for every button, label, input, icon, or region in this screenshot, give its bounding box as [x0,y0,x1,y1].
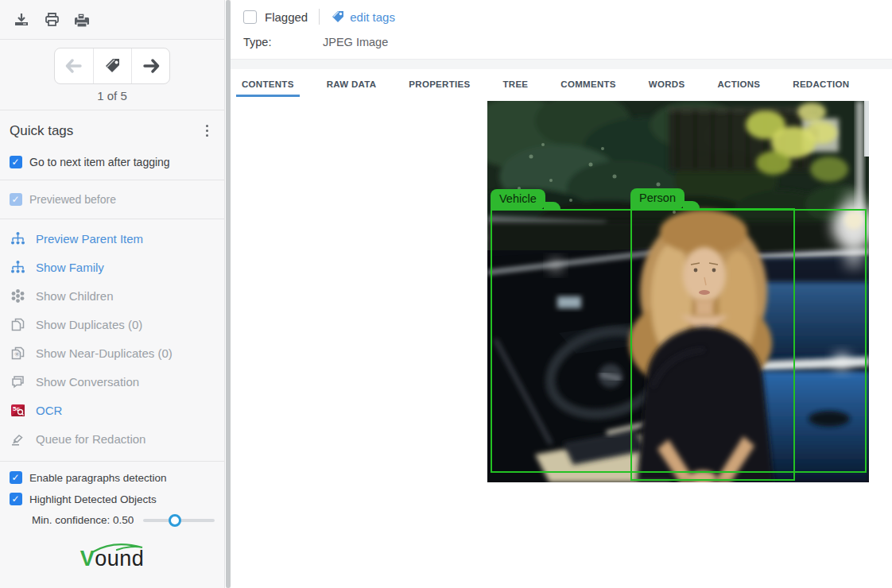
action-label: Show Children [36,289,114,303]
action-show-duplicates: Show Duplicates (0) [0,310,224,338]
action-label: Show Near-Duplicates (0) [36,346,173,360]
app-window: 1 of 5 Quick tags Go to next item after … [0,0,892,588]
tag-item-button[interactable] [93,48,131,83]
vound-logo: Vound [0,531,224,571]
slider-knob[interactable] [169,514,181,527]
go-to-next-checkbox[interactable] [10,156,22,168]
tab-words[interactable]: WORDS [643,69,691,97]
action-ocr[interactable]: 5c OCR [0,396,224,424]
sidebar-toolbar [0,0,224,40]
conversation-icon [10,373,25,389]
paragraphs-detection-label: Enable paragraphs detection [29,472,167,484]
action-label: Show Duplicates (0) [36,318,142,331]
option-previewed-before: Previewed before [0,180,224,219]
quick-tags-menu-icon[interactable] [201,122,213,140]
flagged-label: Flagged [265,10,308,24]
detection-label-vehicle: Vehicle [491,189,545,211]
action-show-family[interactable]: Show Family [0,253,224,281]
hierarchy-icon [10,230,25,246]
detection-label-person: Person [630,188,685,210]
sidebar: 1 of 5 Quick tags Go to next item after … [0,0,225,588]
highlight-objects-checkbox[interactable] [10,493,22,505]
panel-separator [231,59,892,69]
header-divider [319,9,320,25]
action-preview-parent-item[interactable]: Preview Parent Item [0,224,224,253]
previewed-before-section: Previewed before [0,180,224,219]
tag-icon [331,10,345,24]
edit-tags-button[interactable]: edit tags [331,10,395,24]
tab-bar: CONTENTS RAW DATA PROPERTIES TREE COMMEN… [231,69,892,97]
tab-raw-data[interactable]: RAW DATA [321,69,382,97]
pager [54,48,170,84]
previewed-before-checkbox [10,193,22,206]
near-duplicates-icon: ✳ [10,345,25,361]
option-paragraphs-detection: Enable paragraphs detection [10,471,215,484]
flagged-checkbox[interactable] [243,10,257,24]
tab-comments[interactable]: COMMENTS [555,69,621,97]
ocr-icon: 5c [10,402,25,418]
confidence-label: Min. confidence: 0.50 [32,514,134,526]
image-preview: Vehicle Person [487,101,869,482]
option-go-to-next: Go to next item after tagging [0,148,224,180]
detection-settings: Enable paragraphs detection Highlight De… [0,462,224,531]
action-label: Preview Parent Item [36,232,143,246]
paragraphs-detection-checkbox[interactable] [10,471,22,484]
go-to-next-label: Go to next item after tagging [29,156,170,168]
quick-tags-title: Quick tags [10,123,73,139]
action-show-children: Show Children [0,281,224,310]
pager-count: 1 of 5 [97,89,127,103]
previous-item-button[interactable] [55,48,93,83]
tab-actions[interactable]: ACTIONS [712,69,766,97]
tab-tree[interactable]: TREE [497,69,533,97]
document-header: Flagged edit tags Type: JPEG Image [231,0,892,54]
action-label: Queue for Redaction [36,432,145,446]
type-value: JPEG Image [323,36,388,48]
action-show-near-duplicates: ✳ Show Near-Duplicates (0) [0,338,224,367]
logo-swoosh [93,541,152,554]
edit-tags-label: edit tags [350,10,395,24]
action-queue-for-redaction: Queue for Redaction [0,424,224,453]
confidence-row: Min. confidence: 0.50 [10,514,215,526]
download-icon[interactable] [13,11,30,29]
svg-text:5c: 5c [13,405,20,412]
previewed-before-label: Previewed before [29,193,116,206]
tab-redaction[interactable]: REDACTION [787,69,855,97]
print-report-icon[interactable] [73,11,91,29]
quick-tags-section: Quick tags Go to next item after tagging [0,110,224,180]
tab-properties[interactable]: PROPERTIES [403,69,475,97]
next-item-button[interactable] [131,48,169,83]
pager-section: 1 of 5 [0,40,224,110]
tab-contents[interactable]: CONTENTS [236,69,300,97]
action-label: OCR [36,404,62,417]
print-icon[interactable] [43,11,60,29]
cluster-icon [10,288,25,304]
svg-text:✳: ✳ [14,350,20,358]
hierarchy-icon [10,259,25,275]
action-label: Show Conversation [36,375,139,389]
highlight-objects-label: Highlight Detected Objects [29,493,157,505]
detection-box-person[interactable]: Person [630,208,795,481]
confidence-slider[interactable] [143,519,215,522]
duplicates-icon [10,316,25,332]
option-highlight-objects: Highlight Detected Objects [10,493,215,505]
item-actions: Preview Parent Item Show Family Show Chi… [0,219,224,462]
type-label: Type: [243,36,323,48]
action-label: Show Family [36,261,104,274]
action-show-conversation: Show Conversation [0,367,224,396]
redaction-icon [10,431,25,447]
